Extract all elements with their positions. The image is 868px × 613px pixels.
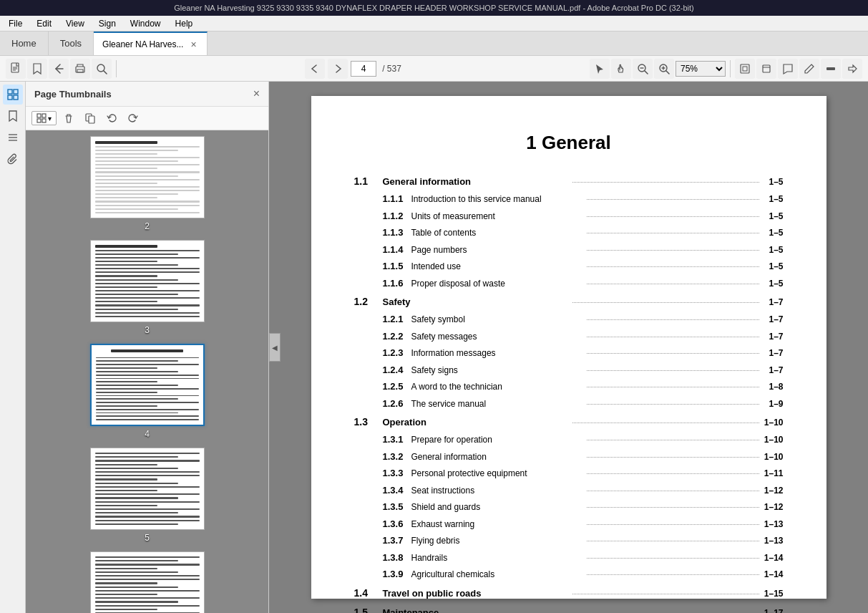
menu-edit[interactable]: Edit xyxy=(31,17,57,30)
zoom-out-btn[interactable] xyxy=(633,59,653,79)
thumbnail-page-4[interactable]: 4 xyxy=(90,344,205,439)
toc-1-1-4: 1.1.4 Page numbers 1–5 xyxy=(354,243,784,257)
thumbnail-frame-6[interactable] xyxy=(90,551,205,613)
svg-rect-22 xyxy=(8,95,12,100)
prev-page-btn[interactable] xyxy=(305,59,325,79)
menu-sign[interactable]: Sign xyxy=(93,17,122,30)
page-total-label: / 537 xyxy=(379,64,404,74)
menu-window[interactable]: Window xyxy=(125,17,167,30)
delete-page-btn[interactable] xyxy=(59,110,78,127)
tab-close-btn[interactable]: × xyxy=(189,39,198,50)
svg-rect-20 xyxy=(8,90,12,94)
thumbnail-page-2[interactable]: 2 xyxy=(90,136,205,231)
back-btn[interactable] xyxy=(49,59,69,79)
svg-rect-32 xyxy=(89,116,94,123)
title-text: Gleaner NA Harvesting 9325 9330 9335 934… xyxy=(174,4,694,12)
sep1 xyxy=(116,60,117,77)
search-btn[interactable] xyxy=(92,59,112,79)
toc-1-1-2: 1.1.2 Units of measurement 1–5 xyxy=(354,209,784,223)
panel-close-btn[interactable]: × xyxy=(253,87,260,100)
document-page: 1 General 1.1 General information 1–5 1.… xyxy=(311,96,826,599)
tab-bar: Home Tools Gleaner NA Harves... × xyxy=(0,32,868,56)
redact-btn[interactable] xyxy=(821,59,841,79)
thumbnails-list[interactable]: 2 xyxy=(26,130,268,613)
thumbnail-label-5: 5 xyxy=(145,533,150,543)
thumbnail-label-3: 3 xyxy=(145,325,150,335)
menu-help[interactable]: Help xyxy=(170,17,199,30)
new-file-btn[interactable] xyxy=(6,59,26,79)
sidebar-icons xyxy=(0,82,26,613)
thumbnail-label-4: 4 xyxy=(145,429,150,439)
tab-home[interactable]: Home xyxy=(0,32,49,55)
toc-1-3-1: 1.3.1 Prepare for operation 1–10 xyxy=(354,433,784,447)
svg-rect-30 xyxy=(42,119,46,122)
edit-btn[interactable] xyxy=(799,59,819,79)
toc-1-3-2: 1.3.2 General information 1–10 xyxy=(354,450,784,464)
panel-title: Page Thumbnails xyxy=(34,89,112,100)
sidebar-icon-layers[interactable] xyxy=(3,127,23,148)
toc-1-3-6: 1.3.6 Exhaust warning 1–13 xyxy=(354,517,784,531)
toc-1-1-5: 1.1.5 Intended use 1–5 xyxy=(354,259,784,274)
comment-btn[interactable] xyxy=(778,59,798,79)
fit-page-btn[interactable] xyxy=(735,59,755,79)
tab-tools[interactable]: Tools xyxy=(49,32,94,55)
menu-file[interactable]: File xyxy=(3,17,28,30)
toc-1-3-7: 1.3.7 Flying debris 1–13 xyxy=(354,534,784,548)
panel-header: Page Thumbnails × xyxy=(26,82,268,107)
thumbnail-frame-3[interactable] xyxy=(90,240,205,322)
thumbnail-page-5[interactable]: 5 xyxy=(90,448,205,543)
toc-1-2-3: 1.2.3 Information messages 1–7 xyxy=(354,346,784,360)
tab-document[interactable]: Gleaner NA Harves... × xyxy=(94,32,208,55)
sidebar-icon-attachments[interactable] xyxy=(3,149,23,169)
toc-1-3-3: 1.3.3 Personal protective equipment 1–11 xyxy=(354,466,784,481)
extract-pages-btn[interactable] xyxy=(81,110,99,127)
panel-toolbar: ▾ xyxy=(26,107,268,130)
svg-line-14 xyxy=(666,71,669,74)
toc-1-3-4: 1.3.4 Seat instructions 1–12 xyxy=(354,483,784,498)
share-btn[interactable] xyxy=(842,59,862,79)
bookmark-btn[interactable] xyxy=(27,59,47,79)
toc-section-1-2: 1.2 Safety 1–7 xyxy=(354,294,784,309)
toc-1-3-8: 1.3.8 Handrails 1–14 xyxy=(354,551,784,565)
cursor-tool-btn[interactable] xyxy=(590,59,610,79)
sep2 xyxy=(730,60,731,77)
thumbnail-frame-4[interactable] xyxy=(90,344,205,426)
collapse-panel-btn[interactable]: ◀ xyxy=(269,333,281,362)
thumbnail-size-dropdown[interactable]: ▾ xyxy=(31,111,57,125)
thumbnail-frame-5[interactable] xyxy=(90,448,205,530)
thumbnail-frame-2[interactable] xyxy=(90,136,205,218)
toc-section-1-5: 1.5 Maintenance 1–17 xyxy=(354,605,784,614)
thumbnail-page-3[interactable]: 3 xyxy=(90,240,205,335)
page-number-input[interactable] xyxy=(351,61,376,77)
svg-rect-29 xyxy=(37,119,41,122)
print-btn[interactable] xyxy=(70,59,90,79)
toc-1-2-4: 1.2.4 Safety signs 1–7 xyxy=(354,363,784,377)
redo-btn[interactable] xyxy=(124,110,142,127)
sidebar-icon-thumbnails[interactable] xyxy=(3,85,23,105)
thumbnail-page-6[interactable]: 6 xyxy=(90,551,205,613)
page-heading: 1 General xyxy=(354,132,784,154)
toc-1-2-6: 1.2.6 The service manual 1–9 xyxy=(354,397,784,411)
zoom-selector[interactable]: 75% 50% 100% 125% 150% xyxy=(676,61,726,77)
svg-rect-27 xyxy=(37,114,41,117)
toc-1-1-3: 1.1.3 Table of contents 1–5 xyxy=(354,226,784,240)
svg-rect-15 xyxy=(741,64,749,73)
toc-section-1-4: 1.4 Travel on public roads 1–15 xyxy=(354,586,784,601)
rotate-btn[interactable] xyxy=(756,59,776,79)
sidebar-icon-bookmarks[interactable] xyxy=(3,106,23,126)
toc-section-1-1: 1.1 General information 1–5 xyxy=(354,174,784,189)
document-area: ◀ 1 General 1.1 General information 1–5 … xyxy=(269,82,868,613)
svg-rect-17 xyxy=(763,65,770,72)
next-page-btn[interactable] xyxy=(328,59,348,79)
svg-rect-23 xyxy=(14,95,18,100)
menu-bar: File Edit View Sign Window Help xyxy=(0,16,868,32)
toc-1-2-1: 1.2.1 Safety symbol 1–7 xyxy=(354,312,784,327)
thumbnail-label-2: 2 xyxy=(145,221,150,231)
undo-btn[interactable] xyxy=(102,110,121,127)
menu-view[interactable]: View xyxy=(60,17,90,30)
svg-rect-28 xyxy=(42,114,46,117)
hand-tool-btn[interactable] xyxy=(611,59,631,79)
zoom-in-btn[interactable] xyxy=(654,59,674,79)
svg-rect-19 xyxy=(826,67,835,70)
toc-1-3-5: 1.3.5 Shield and guards 1–12 xyxy=(354,500,784,514)
